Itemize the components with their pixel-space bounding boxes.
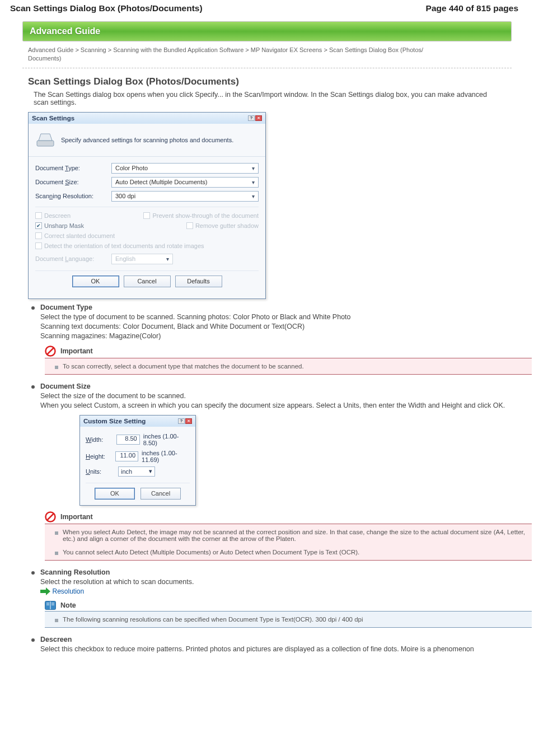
- bullet-icon: [31, 638, 35, 642]
- square-bullet-icon: [55, 552, 58, 555]
- note-title: Note: [60, 601, 76, 609]
- square-bullet-icon: [55, 531, 58, 535]
- defaults-button[interactable]: Defaults: [175, 276, 222, 287]
- scan-resolution-select[interactable]: 300 dpi▾: [111, 191, 259, 202]
- close-icon[interactable]: ×: [255, 115, 262, 121]
- descreen-heading: Descreen: [40, 636, 512, 643]
- doc-size-text-2: When you select Custom, a screen in whic…: [40, 402, 532, 409]
- bullet-icon: [31, 306, 35, 310]
- resolution-link[interactable]: Resolution: [52, 587, 84, 595]
- doc-type-select[interactable]: Color Photo▾: [111, 163, 259, 174]
- bullet-icon: [31, 385, 35, 389]
- square-bullet-icon: [55, 366, 58, 369]
- scanner-icon: [35, 129, 55, 151]
- help-icon[interactable]: ?: [178, 418, 185, 424]
- chevron-down-icon: ▾: [252, 164, 255, 173]
- units-select[interactable]: inch▾: [118, 466, 155, 477]
- svg-line-3: [48, 348, 54, 354]
- unsharp-mask-checkbox[interactable]: Unsharp Mask: [35, 222, 84, 229]
- width-label: Width:: [86, 436, 113, 443]
- cancel-button[interactable]: Cancel: [124, 276, 171, 287]
- important-box-2: When you select Auto Detect, the image m…: [45, 524, 532, 561]
- breadcrumb: Advanced Guide > Scanning > Scanning wit…: [28, 46, 512, 63]
- svg-marker-1: [39, 134, 52, 141]
- important-box: To scan correctly, select a document typ…: [45, 358, 532, 375]
- note-icon: [45, 601, 56, 610]
- help-icon[interactable]: ?: [248, 115, 255, 121]
- doc-type-text-3: Scanning magazines: Magazine(Color): [40, 332, 532, 340]
- arrow-right-icon: [40, 587, 50, 595]
- remove-gutter-shadow-checkbox[interactable]: Remove gutter shadow: [186, 222, 259, 229]
- svg-marker-6: [40, 587, 50, 595]
- width-input[interactable]: 8.50: [116, 435, 140, 445]
- important-item: To scan correctly, select a document typ…: [63, 363, 304, 370]
- custom-cancel-button[interactable]: Cancel: [140, 488, 181, 500]
- doc-size-text-1: Select the size of the document to be sc…: [40, 392, 532, 400]
- height-label: Height:: [86, 453, 112, 460]
- units-label: Units:: [86, 468, 115, 475]
- prevent-showthrough-checkbox[interactable]: Prevent show-through of the document: [143, 212, 259, 219]
- scan-res-heading: Scanning Resolution: [40, 568, 532, 576]
- banner-text: Advanced Guide: [30, 26, 100, 36]
- svg-rect-0: [37, 141, 54, 146]
- width-range: inches (1.00-8.50): [143, 433, 190, 446]
- descreen-checkbox[interactable]: Descreen: [35, 212, 71, 219]
- dialog-head-text: Specify advanced settings for scanning p…: [61, 137, 233, 143]
- square-bullet-icon: [55, 619, 58, 622]
- height-range: inches (1.00-11.69): [142, 450, 190, 463]
- bullet-icon: [31, 571, 35, 575]
- prohibit-icon: [45, 346, 56, 357]
- divider: [22, 68, 512, 68]
- ok-button[interactable]: OK: [72, 276, 119, 287]
- chevron-down-icon: ▾: [166, 254, 169, 264]
- important2-item-2: You cannot select Auto Detect (Multiple …: [63, 549, 359, 556]
- important-title-2: Important: [60, 513, 93, 521]
- svg-line-5: [48, 514, 54, 520]
- doc-size-heading: Document Size: [40, 382, 532, 390]
- important-title: Important: [60, 347, 93, 355]
- prohibit-icon: [45, 511, 56, 522]
- doc-language-label: Document Language:: [35, 255, 107, 262]
- doc-type-label: Document Type:: [35, 165, 107, 171]
- custom-size-dialog: Custom Size Setting ? × Width: 8.50 inch…: [79, 415, 196, 506]
- height-input[interactable]: 11.00: [115, 451, 138, 461]
- detect-orientation-checkbox[interactable]: Detect the orientation of text documents…: [35, 242, 204, 249]
- chevron-down-icon: ▾: [252, 192, 255, 201]
- page-count: Page 440 of 815 pages: [426, 3, 518, 13]
- close-icon[interactable]: ×: [185, 418, 192, 424]
- custom-ok-button[interactable]: OK: [95, 488, 135, 500]
- descreen-text: Select this checkbox to reduce moire pat…: [40, 645, 512, 653]
- note-item: The following scanning resolutions can b…: [63, 616, 363, 623]
- correct-slanted-checkbox[interactable]: Correct slanted document: [35, 232, 115, 239]
- scan-res-text: Select the resolution at which to scan d…: [40, 578, 532, 586]
- breadcrumb-row-2: Documents): [28, 54, 512, 63]
- doc-size-label: Document Size:: [35, 179, 107, 185]
- scan-resolution-label: Scanning Resolution:: [35, 193, 107, 199]
- breadcrumb-row-1: Advanced Guide > Scanning > Scanning wit…: [28, 46, 512, 54]
- section-title: Scan Settings Dialog Box (Photos/Documen…: [28, 76, 512, 87]
- doc-type-text-1: Select the type of document to be scanne…: [40, 313, 532, 321]
- banner-advanced-guide: Advanced Guide: [22, 21, 512, 41]
- chevron-down-icon: ▾: [252, 178, 255, 187]
- chevron-down-icon: ▾: [149, 468, 152, 475]
- scan-settings-dialog: Scan Settings ? × Specify advanced setti…: [28, 112, 266, 299]
- doc-type-heading: Document Type: [40, 304, 532, 311]
- custom-size-title: Custom Size Setting: [83, 418, 146, 424]
- note-box: The following scanning resolutions can b…: [45, 611, 532, 628]
- doc-size-select[interactable]: Auto Detect (Multiple Documents)▾: [111, 177, 259, 188]
- page-title-left: Scan Settings Dialog Box (Photos/Documen…: [10, 3, 203, 13]
- important2-item-1: When you select Auto Detect, the image m…: [63, 529, 525, 542]
- intro-text: The Scan Settings dialog box opens when …: [34, 91, 500, 106]
- doc-language-select: English▾: [111, 254, 173, 264]
- dialog-title: Scan Settings: [32, 115, 74, 122]
- doc-type-text-2: Scanning text documents: Color Document,…: [40, 323, 532, 330]
